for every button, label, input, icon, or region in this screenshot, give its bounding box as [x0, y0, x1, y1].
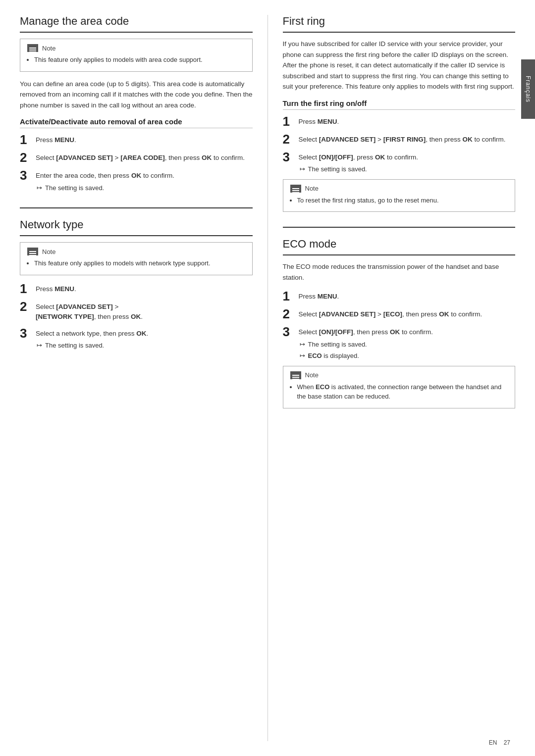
divider	[20, 207, 253, 208]
step-item: 1 Press MENU.	[283, 115, 516, 128]
note-header-label-area-code: Note	[42, 45, 55, 52]
note-item-eco-mode-1: When ECO is activated, the connection ra…	[297, 382, 508, 402]
result-text: The setting is saved.	[45, 341, 104, 351]
step-content: Select [ADVANCED SET] > [FIRST RING], th…	[299, 133, 506, 145]
divider	[283, 227, 516, 228]
step-number: 1	[20, 133, 31, 146]
body-text-first-ring: If you have subscribed for caller ID ser…	[283, 39, 516, 92]
note-icon-eco-mode	[290, 371, 301, 379]
steps-network-type: 1 Press MENU. 2 Select [ADVANCED SET] >[…	[20, 282, 253, 351]
side-tab: Français	[521, 59, 535, 119]
note-icon-network-type	[27, 248, 38, 255]
step-number: 3	[283, 151, 294, 163]
note-text-first-ring: To reset the first ring status, go to th…	[290, 196, 508, 205]
note-box-eco-mode: Note When ECO is activated, the connecti…	[283, 366, 516, 408]
step-content: Select [ON]/[OFF], then press OK to conf…	[299, 325, 433, 360]
section-title-first-ring: First ring	[283, 15, 516, 33]
step-number: 2	[283, 133, 294, 146]
note-icon-first-ring	[290, 185, 301, 193]
page-wrapper: Français Manage the area code Note This …	[0, 0, 535, 756]
arrow-symbol: ↦	[300, 351, 305, 361]
note-item-first-ring-1: To reset the first ring status, go to th…	[297, 196, 508, 205]
step-number: 2	[20, 300, 31, 313]
note-box-network-type: Note This feature only applies to models…	[20, 242, 253, 275]
note-header-first-ring: Note	[290, 185, 508, 193]
steps-eco-mode: 1 Press MENU. 2 Select [ADVANCED SET] > …	[283, 290, 516, 360]
step-number: 3	[283, 325, 294, 338]
side-tab-label: Français	[525, 76, 532, 102]
step-content: Select [ADVANCED SET] >[NETWORK TYPE], t…	[36, 300, 143, 322]
step-item: 2 Select [ADVANCED SET] > [FIRST RING], …	[283, 133, 516, 146]
step-item: 2 Select [ADVANCED SET] > [AREA CODE], t…	[20, 151, 253, 164]
result-text: The setting is saved.	[45, 183, 104, 193]
arrow-symbol: ↦	[300, 164, 305, 174]
step-content: Select a network type, then press OK. ↦ …	[36, 327, 148, 351]
step-number: 1	[20, 282, 31, 295]
result-line: ↦ The setting is saved.	[37, 341, 148, 351]
right-column: First ring If you have subscribed for ca…	[268, 15, 516, 741]
step-item: 1 Press MENU.	[283, 290, 516, 302]
result-text-eco-1: The setting is saved.	[308, 340, 367, 350]
main-content: Manage the area code Note This feature o…	[0, 0, 535, 756]
result-line-eco-1: ↦ The setting is saved.	[300, 340, 433, 350]
note-header-label-network-type: Note	[42, 248, 55, 255]
note-icon-area-code	[27, 44, 38, 52]
step-item: 1 Press MENU.	[20, 282, 253, 295]
note-header-eco-mode: Note	[290, 371, 508, 379]
step-item: 3 Select [ON]/[OFF], press OK to confirm…	[283, 151, 516, 174]
note-header-area-code: Note	[27, 44, 245, 52]
note-box-first-ring: Note To reset the first ring status, go …	[283, 179, 516, 212]
note-text-area-code: This feature only applies to models with…	[27, 55, 245, 65]
step-content: Press MENU.	[299, 115, 339, 127]
page-number: 27	[504, 739, 510, 746]
step-content: Enter the area code, then press OK to co…	[36, 169, 174, 193]
step-content: Select [ADVANCED SET] > [AREA CODE], the…	[36, 151, 245, 163]
step-item: 3 Select [ON]/[OFF], then press OK to co…	[283, 325, 516, 360]
note-item-area-code-1: This feature only applies to models with…	[34, 55, 245, 65]
step-item: 3 Select a network type, then press OK. …	[20, 327, 253, 351]
left-column: Manage the area code Note This feature o…	[20, 15, 268, 741]
step-content: Select [ON]/[OFF], press OK to confirm. …	[299, 151, 419, 174]
note-header-network-type: Note	[27, 248, 245, 255]
section-title-eco-mode: ECO mode	[283, 238, 516, 255]
note-text-network-type: This feature only applies to models with…	[27, 258, 245, 268]
section-network-type: Network type Note This feature only appl…	[20, 218, 253, 351]
steps-first-ring: 1 Press MENU. 2 Select [ADVANCED SET] > …	[283, 115, 516, 174]
section-first-ring: First ring If you have subscribed for ca…	[283, 15, 516, 212]
note-header-label-eco-mode: Note	[305, 371, 319, 379]
step-item: 3 Enter the area code, then press OK to …	[20, 169, 253, 193]
step-item: 1 Press MENU.	[20, 133, 253, 146]
page-number-area: EN 27	[489, 739, 510, 746]
step-number: 2	[283, 307, 294, 320]
result-text-eco-2: ECO is displayed.	[308, 351, 359, 361]
subsection-title-first-ring: Turn the first ring on/off	[283, 99, 516, 110]
body-text-area-code: You can define an area code (up to 5 dig…	[20, 79, 253, 111]
step-content: Select [ADVANCED SET] > [ECO], then pres…	[299, 307, 482, 319]
step-number: 2	[20, 151, 31, 164]
section-title-area-code: Manage the area code	[20, 15, 253, 33]
result-line-eco-2: ↦ ECO is displayed.	[300, 351, 433, 361]
arrow-symbol: ↦	[37, 183, 42, 193]
step-content: Press MENU.	[36, 282, 76, 294]
arrow-symbol: ↦	[300, 340, 305, 350]
section-title-network-type: Network type	[20, 218, 253, 236]
step-item: 2 Select [ADVANCED SET] > [ECO], then pr…	[283, 307, 516, 320]
subsection-title-area-code: Activate/Deactivate auto removal of area…	[20, 117, 253, 128]
body-text-eco-mode: The ECO mode reduces the transmission po…	[283, 261, 516, 283]
note-item-network-type-1: This feature only applies to models with…	[34, 258, 245, 268]
result-text: The setting is saved.	[308, 164, 367, 174]
section-manage-area-code: Manage the area code Note This feature o…	[20, 15, 253, 193]
section-eco-mode: ECO mode The ECO mode reduces the transm…	[283, 238, 516, 408]
result-line: ↦ The setting is saved.	[37, 183, 174, 193]
steps-area-code: 1 Press MENU. 2 Select [ADVANCED SET] > …	[20, 133, 253, 193]
step-content: Press MENU.	[36, 133, 76, 145]
note-text-eco-mode: When ECO is activated, the connection ra…	[290, 382, 508, 402]
step-number: 1	[283, 290, 294, 302]
step-content: Press MENU.	[299, 290, 339, 302]
step-item: 2 Select [ADVANCED SET] >[NETWORK TYPE],…	[20, 300, 253, 322]
note-header-label-first-ring: Note	[305, 185, 319, 192]
page-lang-label: EN	[489, 739, 497, 746]
step-number: 3	[20, 327, 31, 340]
arrow-symbol: ↦	[37, 341, 42, 351]
step-number: 3	[20, 169, 31, 182]
